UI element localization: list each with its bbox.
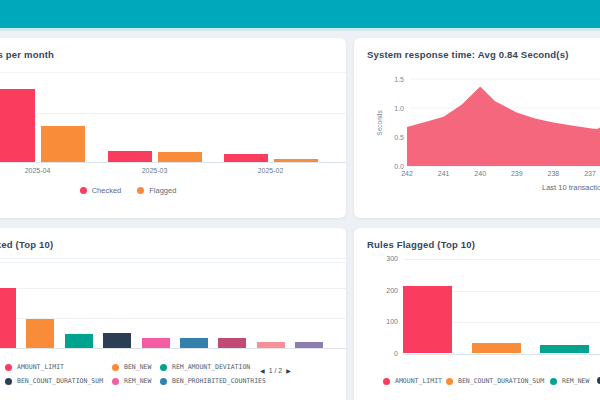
legend-label: REM_NEW (562, 377, 589, 385)
x-tick-label: 2025-02 (241, 167, 301, 174)
legend-item-amount_limit[interactable]: AMOUNT_LIMIT (5, 363, 64, 371)
legend-item-checked[interactable]: Checked (80, 186, 122, 195)
legend-next-icon[interactable]: ▶ (286, 368, 291, 374)
legend-dot-icon (383, 378, 390, 385)
x-tick-label: 241 (438, 170, 450, 177)
legend-label: Checked (92, 186, 122, 195)
legend-dot-icon (5, 378, 12, 385)
x-axis-label: Last 10 transactions (542, 183, 600, 192)
dashboard-root: { "app": { "header_color": "#00a8bc", "b… (0, 0, 600, 400)
legend-label: REM_AMOUNT_DEVIATION (172, 363, 250, 371)
y-tick-label: 0.0 (394, 163, 404, 170)
legend-item-flagged[interactable]: Flagged (137, 186, 176, 195)
bar-flagged-2025-02 (274, 159, 318, 162)
transactions-legend: CheckedFlagged (0, 186, 346, 195)
card-system-response-time: System response time: Avg 0.84 Second(s)… (354, 38, 600, 218)
legend-dot-icon (550, 378, 557, 385)
legend-item-ben_prohibited_countries[interactable]: BEN_PROHIBITED_COUNTRIES (160, 377, 266, 385)
legend-item-ben_count_duration_sum[interactable]: BEN_COUNT_DURATION_SUM (5, 377, 103, 385)
bar-flagged-2025-03 (158, 152, 202, 162)
legend-item-ben_new[interactable]: BEN_NEW (112, 363, 151, 371)
legend-item-rem_new[interactable]: REM_NEW (112, 377, 151, 385)
legend-prev-icon[interactable]: ◀ (260, 368, 265, 374)
legend-pagination: ◀ 1 / 2 ▶ (260, 367, 291, 374)
legend-dot-icon (112, 364, 119, 371)
legend-label: AMOUNT_LIMIT (395, 377, 442, 385)
x-tick-label: 242 (401, 170, 413, 177)
response-area-svg: 1.51.00.50.0Seconds242241240239238237Las… (354, 38, 600, 218)
bar-flagged-2025-04 (41, 126, 85, 162)
card-rules-checked: Rules Checked (Top 10) AMOUNT_LIMITBEN_N… (0, 228, 346, 400)
legend-item-rem_new[interactable]: REM_NEW (550, 377, 589, 385)
legend-label: BEN_COUNT_DURATION_SUM (458, 377, 544, 385)
legend-label: BEN_COUNT_DURATION_SUM (17, 377, 103, 385)
x-tick-label: 239 (511, 170, 523, 177)
card-transactions-per-month: Transactions per month 2025-042025-03202… (0, 38, 346, 218)
legend-dot-icon (5, 364, 12, 371)
legend-label: Flagged (149, 186, 176, 195)
legend-label: AMOUNT_LIMIT (17, 363, 64, 371)
legend-dot-icon (112, 378, 119, 385)
y-tick-label: 1.0 (394, 105, 404, 112)
bar-checked-2025-04 (0, 89, 35, 162)
x-tick-label: 238 (548, 170, 560, 177)
legend-page-indicator: 1 / 2 (269, 367, 283, 374)
response-time-area-chart: 1.51.00.50.0Seconds242241240239238237Las… (354, 38, 600, 218)
legend-dot-icon (446, 378, 453, 385)
legend-dot-icon (137, 187, 144, 194)
legend-item-amount_limit[interactable]: AMOUNT_LIMIT (383, 377, 442, 385)
x-tick-label: 237 (584, 170, 596, 177)
rules-checked-legend: AMOUNT_LIMITBEN_NEWREM_AMOUNT_DEVIATIONB… (0, 228, 346, 400)
legend-item-ben_count_duration_sum[interactable]: BEN_COUNT_DURATION_SUM (446, 377, 544, 385)
response-time-area-shape (407, 87, 600, 167)
legend-label: BEN_PROHIBITED_COUNTRIES (172, 377, 266, 385)
legend-dot-icon (160, 378, 167, 385)
rules-flagged-legend: AMOUNT_LIMITBEN_COUNT_DURATION_SUMREM_NE… (354, 228, 600, 400)
app-header-edge (0, 28, 600, 31)
bar-checked-2025-02 (224, 154, 268, 162)
legend-dot-icon (160, 364, 167, 371)
legend-item-rem_amount_deviation[interactable]: REM_AMOUNT_DEVIATION (160, 363, 250, 371)
x-tick-label: 240 (474, 170, 486, 177)
y-tick-label: 1.5 (394, 76, 404, 83)
x-axis-line (0, 162, 346, 163)
card-rules-flagged: Rules Flagged (Top 10) 3002001000 AMOUNT… (354, 228, 600, 400)
app-header-bar (0, 0, 600, 28)
gridline (0, 113, 346, 114)
bar-checked-2025-03 (108, 151, 152, 162)
legend-label: BEN_NEW (124, 363, 151, 371)
y-axis-label: Seconds (376, 110, 383, 136)
legend-label: REM_NEW (124, 377, 151, 385)
y-tick-label: 0.5 (394, 134, 404, 141)
legend-dot-icon (80, 187, 87, 194)
x-tick-label: 2025-04 (8, 167, 68, 174)
x-tick-label: 2025-03 (125, 167, 185, 174)
